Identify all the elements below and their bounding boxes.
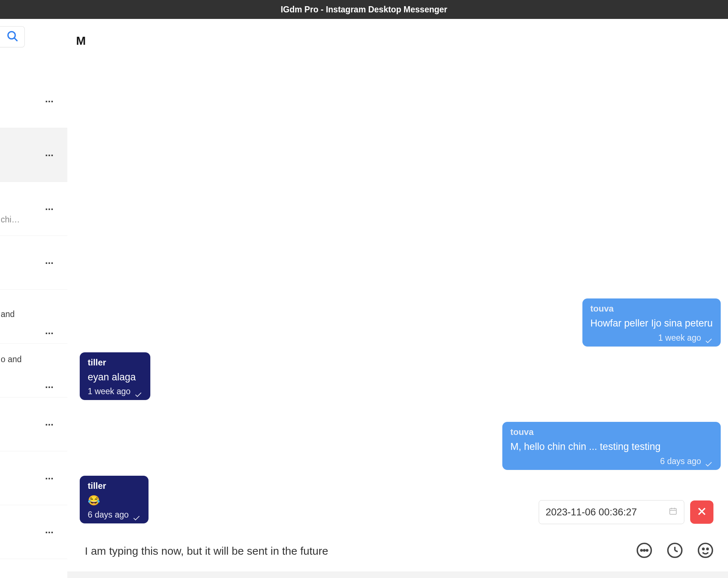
conversation-item[interactable]: o and ... — [0, 344, 67, 397]
message-meta: 1 week ago — [88, 387, 142, 396]
check-icon — [705, 460, 713, 468]
conversation-label: chi… — [0, 215, 28, 225]
conversation-list[interactable]: ... ... chi… ... ... and ... — [0, 74, 67, 578]
more-icon[interactable]: ... — [45, 147, 54, 159]
message-time: 6 days ago — [88, 510, 129, 520]
conversation-item[interactable]: ... — [0, 236, 67, 290]
conversation-item[interactable]: ... — [0, 397, 67, 451]
more-icon[interactable]: ... — [45, 255, 54, 266]
footer-spacer — [67, 571, 728, 578]
message-bubble-received[interactable]: tiller eyan alaga 1 week ago — [80, 352, 150, 400]
more-icon[interactable]: ... — [45, 379, 54, 391]
chat-bubble-icon — [636, 542, 653, 560]
message-body: M, hello chin chin ... testing testing — [510, 439, 713, 454]
app-window: IGdm Pro - Instagram Desktop Messenger .… — [0, 0, 728, 578]
conversation-item[interactable]: ... — [0, 74, 67, 128]
svg-line-14 — [675, 550, 678, 552]
message-meta: 6 days ago — [88, 510, 141, 520]
search-icon — [6, 30, 19, 44]
more-icon[interactable]: ... — [45, 93, 54, 105]
more-icon[interactable]: ... — [45, 201, 54, 213]
svg-point-9 — [641, 550, 642, 551]
smile-icon — [697, 542, 714, 560]
message-time: 6 days ago — [660, 456, 701, 466]
message-sender: touva — [590, 304, 713, 314]
message-time: 1 week ago — [658, 333, 701, 343]
check-icon — [705, 337, 713, 345]
schedule-datetime-input[interactable]: 2023-11-06 00:36:27 — [539, 500, 684, 524]
clock-icon — [666, 542, 683, 560]
svg-rect-2 — [670, 508, 676, 514]
check-icon — [132, 514, 141, 522]
more-icon[interactable]: ... — [45, 470, 54, 482]
message-row: tiller 😂 6 days ago 2023-11-06 00:36:27 — [80, 476, 721, 524]
conversation-item[interactable]: chi… ... — [0, 182, 67, 236]
check-icon — [134, 391, 142, 399]
message-list[interactable]: touva Howfar peller Ijo sina peteru 1 we… — [67, 63, 728, 531]
message-meta: 6 days ago — [510, 456, 713, 466]
quick-reply-button[interactable] — [636, 542, 653, 560]
search-button[interactable] — [0, 26, 25, 47]
content-area: ... ... chi… ... ... and ... — [0, 19, 728, 578]
sidebar: ... ... chi… ... ... and ... — [0, 19, 67, 578]
conversation-item[interactable]: ... — [0, 128, 67, 182]
message-bubble-received[interactable]: tiller 😂 6 days ago — [80, 476, 149, 524]
chat-panel: M touva Howfar peller Ijo sina peteru 1 … — [67, 19, 728, 578]
conversation-item[interactable]: ... — [0, 505, 67, 559]
conversation-item[interactable]: and ... — [0, 290, 67, 344]
schedule-datetime-value: 2023-11-06 00:36:27 — [546, 507, 637, 518]
svg-point-16 — [703, 548, 704, 550]
message-sender: tiller — [88, 481, 141, 491]
scheduler-row: 2023-11-06 00:36:27 — [539, 500, 721, 526]
chat-title: M — [76, 34, 86, 48]
message-bubble-sent[interactable]: touva M, hello chin chin ... testing tes… — [502, 422, 721, 470]
svg-line-1 — [14, 38, 17, 41]
conversation-label: o and — [0, 355, 47, 364]
message-sender: tiller — [88, 357, 142, 368]
svg-point-10 — [644, 550, 645, 551]
more-icon[interactable]: ... — [45, 416, 54, 428]
more-icon[interactable]: ... — [45, 524, 54, 536]
window-titlebar: IGdm Pro - Instagram Desktop Messenger — [0, 0, 728, 19]
message-row: touva Howfar peller Ijo sina peteru 1 we… — [80, 298, 721, 347]
calendar-icon — [669, 507, 677, 518]
window-title: IGdm Pro - Instagram Desktop Messenger — [281, 5, 447, 15]
svg-point-11 — [646, 550, 648, 551]
chat-header: M — [67, 19, 728, 63]
emoji-button[interactable] — [697, 542, 714, 560]
close-icon — [696, 506, 707, 518]
message-time: 1 week ago — [88, 387, 131, 396]
cancel-schedule-button[interactable] — [690, 500, 713, 524]
conversation-item[interactable]: ... — [0, 451, 67, 505]
svg-point-15 — [699, 543, 712, 557]
message-bubble-sent[interactable]: touva Howfar peller Ijo sina peteru 1 we… — [582, 298, 721, 347]
message-row: touva M, hello chin chin ... testing tes… — [80, 422, 721, 470]
composer — [67, 531, 728, 571]
schedule-button[interactable] — [666, 542, 684, 560]
message-meta: 1 week ago — [590, 333, 713, 343]
message-input[interactable] — [85, 545, 628, 557]
message-body: eyan alaga — [88, 370, 142, 385]
message-body: Howfar peller Ijo sina peteru — [590, 316, 713, 331]
svg-point-17 — [707, 548, 708, 550]
conversation-label: and — [0, 309, 47, 319]
message-row: tiller eyan alaga 1 week ago — [80, 352, 721, 400]
message-sender: touva — [510, 427, 713, 437]
composer-actions — [636, 542, 714, 560]
message-body: 😂 — [88, 493, 141, 508]
more-icon[interactable]: ... — [45, 325, 54, 337]
